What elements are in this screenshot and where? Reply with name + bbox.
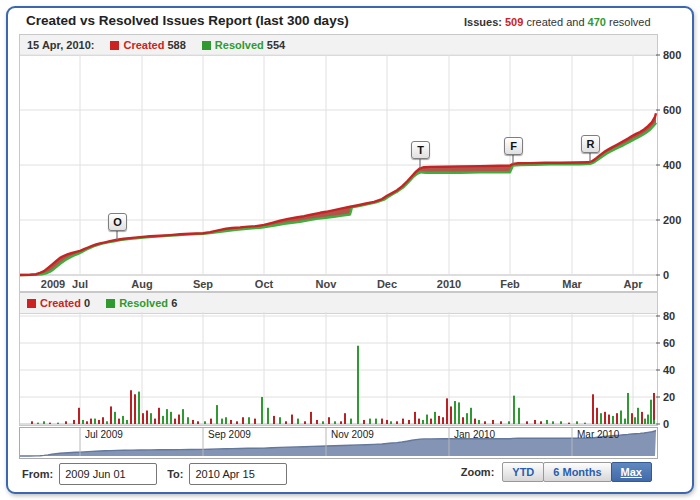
x-axis-label-Oct: Oct [255,278,273,290]
x-axis-label-2009: 2009 [41,278,65,290]
scrubber-label-Mar-2010: Mar 2010 [577,429,619,440]
y-axis-tick-200: 200 [663,214,681,226]
issues-created-suffix: created and [523,16,587,28]
event-flag-R[interactable]: R [581,135,600,153]
to-date-input[interactable] [189,463,287,485]
daily-y-axis-tick-40: 40 [663,364,675,376]
from-date-input[interactable] [59,463,157,485]
y-axis-tick-600: 600 [663,104,681,116]
x-axis-label-2010: 2010 [437,278,461,290]
to-label: To: [167,468,183,480]
date-range-controls: From: To: [22,463,287,485]
event-flag-T[interactable]: T [411,141,430,159]
y-axis-tick-800: 800 [663,49,681,61]
event-flag-F[interactable]: F [504,137,523,155]
scrubber-label-Jan-2010: Jan 2010 [454,429,495,440]
legend-created-value: 588 [168,39,186,51]
x-axis-label-Apr: Apr [624,278,643,290]
created-swatch-icon [110,41,119,50]
daily-y-axis-tick-0: 0 [663,418,669,430]
x-axis-label-Aug: Aug [131,278,152,290]
issues-created-count: 509 [505,16,523,28]
main-chart-legend: 15 Apr, 2010: Created 588 Resolved 554 [20,35,657,56]
created-swatch-icon [27,299,36,308]
zoom-button-ytd[interactable]: YTD [502,462,544,482]
x-axis-label-Feb: Feb [500,278,520,290]
daily-y-axis-tick-60: 60 [663,337,675,349]
daily-chart-panel: Created 0 Resolved 6 [19,292,658,426]
x-axis-label-Mar: Mar [562,278,582,290]
event-flag-O[interactable]: O [108,213,127,231]
legend-date: 15 Apr, 2010: [27,39,94,51]
page-title: Created vs Resolved Issues Report (last … [26,13,349,28]
issues-label: Issues: [464,16,502,28]
daily-legend-resolved-value: 6 [171,297,177,309]
x-axis-label-Jul: Jul [72,278,88,290]
issues-summary: Issues: 509 created and 470 resolved [464,16,686,28]
x-axis-label-Dec: Dec [377,278,397,290]
from-label: From: [22,468,53,480]
daily-y-axis-tick-20: 20 [663,391,675,403]
legend-created-label: Created [123,39,164,51]
daily-legend-created-value: 0 [84,297,90,309]
main-chart-panel: 15 Apr, 2010: Created 588 Resolved 554 [19,34,658,292]
daily-legend-resolved-label: Resolved [119,297,168,309]
daily-chart-legend: Created 0 Resolved 6 [20,293,657,314]
x-axis-label-Sep: Sep [193,278,213,290]
zoom-controls: Zoom: YTD6 MonthsMax [461,462,652,482]
legend-resolved-value: 554 [267,39,285,51]
resolved-swatch-icon [106,299,115,308]
y-axis-tick-0: 0 [663,269,669,281]
issues-resolved-count: 470 [588,16,606,28]
daily-legend-created-label: Created [40,297,81,309]
y-axis-tick-400: 400 [663,159,681,171]
zoom-button-max[interactable]: Max [611,462,652,482]
daily-y-axis-tick-80: 80 [663,310,675,322]
x-axis-label-Nov: Nov [316,278,337,290]
legend-resolved-label: Resolved [215,39,264,51]
scrubber-label-Jul-2009: Jul 2009 [85,429,123,440]
zoom-label: Zoom: [461,466,495,478]
zoom-button-6-months[interactable]: 6 Months [543,462,611,482]
resolved-swatch-icon [202,41,211,50]
issues-resolved-suffix: resolved [606,16,651,28]
scrubber-label-Nov-2009: Nov 2009 [331,429,374,440]
scrubber-label-Sep-2009: Sep 2009 [208,429,251,440]
